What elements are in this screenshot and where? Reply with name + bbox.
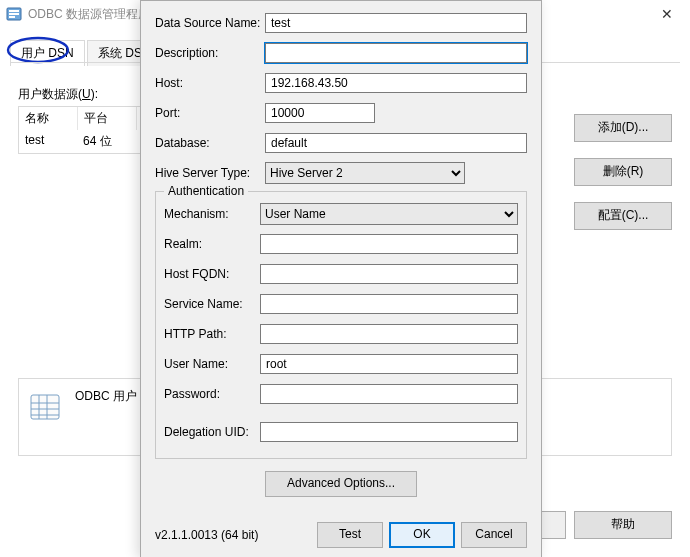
delegation-uid-label: Delegation UID:	[164, 425, 260, 439]
database-label: Database:	[155, 136, 265, 150]
col-header-name[interactable]: 名称	[19, 107, 78, 130]
spreadsheet-icon	[29, 391, 61, 423]
hostfqdn-input[interactable]	[260, 264, 518, 284]
http-path-label: HTTP Path:	[164, 327, 260, 341]
port-label: Port:	[155, 106, 265, 120]
cell-name: test	[19, 130, 77, 153]
service-name-input[interactable]	[260, 294, 518, 314]
ds-label-prefix: 用户数据源(	[18, 87, 82, 101]
service-name-label: Service Name:	[164, 297, 260, 311]
realm-input[interactable]	[260, 234, 518, 254]
add-button[interactable]: 添加(D)...	[574, 114, 672, 142]
help-button[interactable]: 帮助	[574, 511, 672, 539]
password-label: Password:	[164, 387, 260, 401]
mechanism-label: Mechanism:	[164, 207, 260, 221]
username-label: User Name:	[164, 357, 260, 371]
database-input[interactable]	[265, 133, 527, 153]
username-input[interactable]	[260, 354, 518, 374]
dsn-label: Data Source Name:	[155, 16, 265, 30]
hive-server-type-select[interactable]: Hive Server 2	[265, 162, 465, 184]
desc-input[interactable]	[265, 43, 527, 63]
svg-rect-3	[9, 16, 15, 18]
version-text: v2.1.1.0013 (64 bit)	[155, 528, 311, 542]
ds-label-accel: U	[82, 87, 91, 101]
ok-button[interactable]: OK	[389, 522, 455, 548]
close-button[interactable]: ✕	[644, 0, 690, 28]
mechanism-select[interactable]: User Name	[260, 203, 518, 225]
cell-platform: 64 位	[77, 130, 135, 153]
realm-label: Realm:	[164, 237, 260, 251]
port-input[interactable]	[265, 103, 375, 123]
password-input[interactable]	[260, 384, 518, 404]
odbc-icon	[6, 6, 22, 22]
remove-button[interactable]: 删除(R)	[574, 158, 672, 186]
desc-label: Description:	[155, 46, 265, 60]
advanced-options-button[interactable]: Advanced Options...	[265, 471, 417, 497]
host-label: Host:	[155, 76, 265, 90]
window-title: ODBC 数据源管理程序	[28, 6, 150, 23]
dsn-input[interactable]	[265, 13, 527, 33]
col-header-platform[interactable]: 平台	[78, 107, 137, 130]
svg-rect-2	[9, 13, 19, 15]
host-input[interactable]	[265, 73, 527, 93]
hostfqdn-label: Host FQDN:	[164, 267, 260, 281]
delegation-uid-input[interactable]	[260, 422, 518, 442]
dsn-setup-dialog: Data Source Name: Description: Host: Por…	[140, 0, 542, 557]
auth-legend: Authentication	[164, 184, 248, 198]
test-button[interactable]: Test	[317, 522, 383, 548]
hst-label: Hive Server Type:	[155, 166, 265, 180]
datasource-list-label: 用户数据源(U):	[18, 86, 98, 103]
ds-label-suffix: ):	[91, 87, 98, 101]
configure-button[interactable]: 配置(C)...	[574, 202, 672, 230]
http-path-input[interactable]	[260, 324, 518, 344]
dialog-footer: v2.1.1.0013 (64 bit) Test OK Cancel	[155, 522, 527, 548]
cancel-button[interactable]: Cancel	[461, 522, 527, 548]
svg-rect-1	[9, 10, 19, 12]
auth-groupbox: Authentication Mechanism: User Name Real…	[155, 191, 527, 459]
